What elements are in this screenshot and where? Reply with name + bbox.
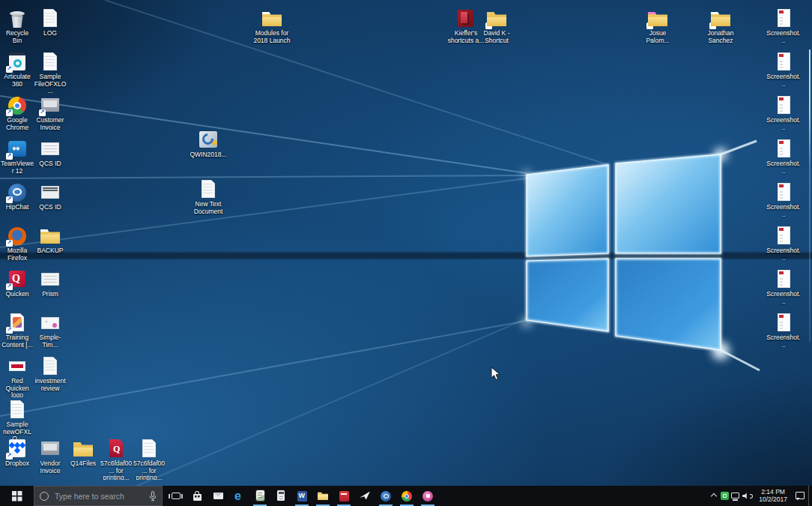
taskbar-quicken-red-app[interactable]	[333, 486, 354, 506]
desktop-icon-red-quicken-logo[interactable]: Red Quicken logo	[1, 354, 34, 397]
desktop-column-1: Recycle Bin Articulate 360 Google Chrome…	[1, 6, 34, 441]
desktop-icon-hipchat[interactable]: HipChat	[1, 180, 34, 223]
tray-network-icon[interactable]	[730, 486, 742, 506]
whiteplane-icon	[358, 490, 372, 503]
start-button[interactable]	[0, 486, 34, 506]
desktop-icon-backup[interactable]: BACKUP	[34, 223, 67, 267]
desktop-icon-modules-for-2018-launch[interactable]: Modules for 2018 Launch	[250, 6, 294, 49]
shortcut-overlay-icon	[6, 283, 13, 290]
desktop-icon-teamviewer-12[interactable]: TeamViewer 12	[1, 136, 34, 180]
taskbar-calculator[interactable]	[270, 486, 291, 506]
search-box[interactable]	[34, 486, 163, 506]
desktop-column-2: LOG Sample FileOFXLO... Customer Invoice…	[34, 6, 67, 397]
desktop-icon-recycle-bin[interactable]: Recycle Bin	[1, 6, 34, 49]
screenshot-icon	[772, 313, 796, 333]
desktop-icon-mozilla-firefox[interactable]: Mozilla Firefox	[1, 223, 34, 267]
cardstripe-icon	[38, 182, 62, 202]
shortcut-overlay-icon	[709, 22, 716, 29]
chromeT-icon	[400, 490, 413, 503]
show-desktop-button[interactable]	[808, 486, 812, 506]
desktop-icon-qcs-id[interactable]: QCS ID	[34, 180, 67, 223]
desktop-icon-prism[interactable]: Prism	[34, 267, 67, 310]
edge-icon	[232, 490, 246, 503]
folder-icon	[646, 8, 670, 28]
cortana-circle-icon	[40, 492, 49, 501]
desktop-icon-quicken[interactable]: Quicken	[1, 267, 34, 310]
taskbar-file-explorer[interactable]	[312, 486, 333, 506]
desktop-icon-david-k-shortcut[interactable]: David K - Shortcut	[477, 6, 516, 49]
wallpaper-dark-band	[0, 251, 812, 260]
desktop-icon-q14files[interactable]: Q14Files	[67, 436, 100, 480]
training-icon	[5, 313, 29, 333]
store-icon	[190, 490, 204, 503]
taskbar: 2:14 PM 10/2/2017	[0, 486, 812, 506]
desktop-icon-sample-newofxlo[interactable]: Sample newOFXLO...	[1, 397, 34, 441]
desktop-icon-training-content[interactable]: Training Content [...	[1, 310, 34, 354]
folder-icon	[71, 439, 95, 459]
chrome-icon	[5, 95, 29, 115]
shortcut-overlay-icon	[39, 109, 46, 116]
clock[interactable]: 2:14 PM 10/2/2017	[754, 489, 792, 503]
qpage-icon	[104, 439, 128, 459]
screenshot-icon	[772, 182, 796, 202]
taskbar-mail[interactable]	[207, 486, 228, 506]
desktop-icon-screenshot[interactable]: Screenshot...	[766, 93, 801, 136]
card-icon	[38, 139, 62, 159]
taskbar-task-view[interactable]	[166, 486, 187, 506]
desktop-icon-sample-fileofxlo[interactable]: Sample FileOFXLO...	[34, 49, 67, 93]
search-input[interactable]	[53, 491, 145, 502]
text-document-icon	[196, 179, 220, 199]
taskbar-white-plane-app[interactable]	[354, 486, 375, 506]
taskbar-edge[interactable]	[228, 486, 249, 506]
desktop-icon-simple-tim[interactable]: Simple-Tim...	[34, 310, 67, 354]
desktop-icon-screenshot[interactable]: Screenshot...	[766, 310, 801, 354]
taskbar-chrome[interactable]	[396, 486, 417, 506]
tray-green-status-icon[interactable]	[719, 486, 730, 506]
shortcut-overlay-icon	[6, 453, 13, 460]
desktop-icon-new-text-document[interactable]: New Text Document	[188, 177, 228, 220]
desktop-icon-customer-invoice[interactable]: Customer Invoice	[34, 93, 67, 136]
desktop-icon-articulate-360[interactable]: Articulate 360	[1, 49, 34, 93]
desktop-icon-jonathan-sanchez[interactable]: Jonathan Sanchez	[698, 6, 743, 49]
invoicecard-icon	[38, 95, 62, 115]
desktop-icon-qcs-id[interactable]: QCS ID	[34, 136, 67, 180]
desktop-icon-josue-palom[interactable]: Josue Palom...	[637, 6, 678, 49]
screenshot-icon	[772, 139, 796, 159]
shortcut-overlay-icon	[6, 153, 13, 160]
red-box-icon	[454, 8, 478, 28]
desktop-icon-dropbox[interactable]: Dropbox	[1, 436, 34, 480]
taskbar-microsoft-store[interactable]	[187, 486, 207, 506]
simcard-icon	[38, 313, 62, 333]
desktop-icon-qwin2018[interactable]: QWIN2018...	[188, 127, 228, 171]
desktop-icon-57c6fdaf00-for-printing[interactable]: 57c6fdaf00... for printing...	[133, 436, 166, 480]
redapp-icon	[337, 490, 351, 503]
card-icon	[38, 269, 62, 289]
shortcut-overlay-icon	[6, 109, 13, 116]
desktop-icon-investment-review[interactable]: investment review	[34, 354, 67, 397]
screenshot-icon	[772, 226, 796, 246]
desktop-icon-vendor-invoice[interactable]: Vendor Invoice	[34, 436, 67, 480]
desktop-icon-screenshot[interactable]: Screenshot...	[766, 136, 801, 180]
desktop-icon-screenshot[interactable]: Screenshot...	[766, 267, 801, 310]
taskbar-pink-circle-app[interactable]	[417, 486, 438, 506]
desktop-icon-screenshot[interactable]: Screenshot...	[766, 6, 801, 49]
tray-volume-icon[interactable]	[742, 486, 754, 506]
tray-chevron-up-icon[interactable]	[709, 486, 719, 506]
desktop-icon-google-chrome[interactable]: Google Chrome	[1, 93, 34, 136]
desktop-icon-screenshot[interactable]: Screenshot...	[766, 180, 801, 223]
desktop-icon-log[interactable]: LOG	[34, 6, 67, 49]
desktop-right-column: Screenshot... Screenshot... Screenshot..…	[766, 6, 801, 354]
desktop-icon-screenshot[interactable]: Screenshot...	[766, 49, 801, 93]
action-center-button[interactable]	[792, 486, 808, 506]
desktop-icon-57c6fdaf00-for-printing[interactable]: 57c6fdaf00... for printing...	[100, 436, 133, 480]
shortcut-overlay-icon	[485, 22, 492, 29]
microphone-icon[interactable]	[149, 491, 157, 502]
screenshot-icon	[772, 8, 796, 28]
windows-desktop: Recycle Bin Articulate 360 Google Chrome…	[0, 0, 812, 506]
taskbar-green-document-app[interactable]	[249, 486, 270, 506]
desktop-icon-screenshot[interactable]: Screenshot...	[766, 223, 801, 267]
taskbar-apps	[166, 486, 438, 506]
taskbar-hipchat[interactable]	[375, 486, 396, 506]
taskbar-word[interactable]	[291, 486, 312, 506]
quicken-icon	[5, 269, 29, 289]
